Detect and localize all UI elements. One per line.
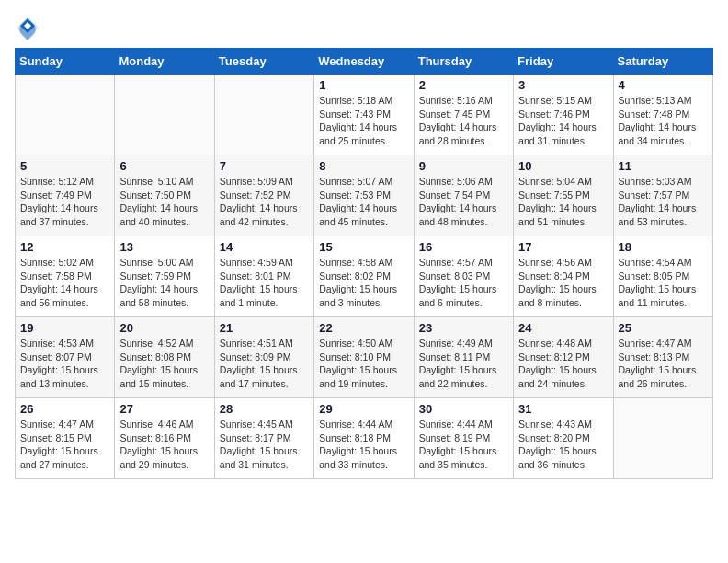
day-info: Sunrise: 4:59 AM Sunset: 8:01 PM Dayligh… (220, 256, 309, 310)
day-number: 4 (619, 78, 708, 92)
calendar-cell: 9Sunrise: 5:06 AM Sunset: 7:54 PM Daylig… (414, 155, 513, 236)
calendar-cell: 11Sunrise: 5:03 AM Sunset: 7:57 PM Dayli… (613, 155, 712, 236)
calendar-cell: 25Sunrise: 4:47 AM Sunset: 8:13 PM Dayli… (613, 317, 712, 398)
day-info: Sunrise: 4:44 AM Sunset: 8:18 PM Dayligh… (319, 418, 408, 472)
calendar-header-sunday: Sunday (16, 49, 115, 75)
day-number: 9 (419, 159, 508, 173)
calendar-week-row: 1Sunrise: 5:18 AM Sunset: 7:43 PM Daylig… (16, 75, 713, 155)
day-number: 23 (419, 321, 508, 335)
calendar-cell: 7Sunrise: 5:09 AM Sunset: 7:52 PM Daylig… (214, 155, 313, 236)
day-number: 5 (20, 159, 109, 173)
calendar-cell: 22Sunrise: 4:50 AM Sunset: 8:10 PM Dayli… (314, 317, 414, 398)
day-info: Sunrise: 5:00 AM Sunset: 7:59 PM Dayligh… (119, 256, 209, 310)
calendar-cell: 28Sunrise: 4:45 AM Sunset: 8:17 PM Dayli… (214, 398, 313, 479)
day-info: Sunrise: 4:52 AM Sunset: 8:08 PM Dayligh… (119, 337, 209, 391)
day-info: Sunrise: 4:57 AM Sunset: 8:03 PM Dayligh… (419, 256, 508, 310)
calendar-cell: 16Sunrise: 4:57 AM Sunset: 8:03 PM Dayli… (414, 236, 513, 317)
calendar-cell: 8Sunrise: 5:07 AM Sunset: 7:53 PM Daylig… (314, 155, 414, 236)
day-info: Sunrise: 4:44 AM Sunset: 8:19 PM Dayligh… (419, 418, 508, 472)
day-number: 29 (319, 402, 408, 416)
day-info: Sunrise: 5:04 AM Sunset: 7:55 PM Dayligh… (518, 175, 608, 229)
day-info: Sunrise: 4:49 AM Sunset: 8:11 PM Dayligh… (419, 337, 508, 391)
calendar-cell: 3Sunrise: 5:15 AM Sunset: 7:46 PM Daylig… (514, 75, 613, 155)
day-number: 27 (119, 402, 209, 416)
day-info: Sunrise: 5:09 AM Sunset: 7:52 PM Dayligh… (220, 175, 309, 229)
day-number: 7 (220, 159, 309, 173)
calendar-cell: 4Sunrise: 5:13 AM Sunset: 7:48 PM Daylig… (613, 75, 712, 155)
day-number: 12 (20, 240, 109, 254)
day-info: Sunrise: 5:18 AM Sunset: 7:43 PM Dayligh… (319, 94, 408, 148)
calendar-cell: 21Sunrise: 4:51 AM Sunset: 8:09 PM Dayli… (214, 317, 313, 398)
page-header (15, 15, 713, 40)
calendar-cell: 24Sunrise: 4:48 AM Sunset: 8:12 PM Dayli… (514, 317, 613, 398)
day-info: Sunrise: 4:54 AM Sunset: 8:05 PM Dayligh… (619, 256, 708, 310)
calendar-cell: 12Sunrise: 5:02 AM Sunset: 7:58 PM Dayli… (16, 236, 115, 317)
calendar-week-row: 5Sunrise: 5:12 AM Sunset: 7:49 PM Daylig… (16, 155, 713, 236)
day-number: 16 (419, 240, 508, 254)
calendar-cell: 14Sunrise: 4:59 AM Sunset: 8:01 PM Dayli… (214, 236, 313, 317)
day-info: Sunrise: 4:47 AM Sunset: 8:13 PM Dayligh… (619, 337, 708, 391)
day-info: Sunrise: 4:46 AM Sunset: 8:16 PM Dayligh… (119, 418, 209, 472)
calendar-cell: 29Sunrise: 4:44 AM Sunset: 8:18 PM Dayli… (314, 398, 414, 479)
day-info: Sunrise: 4:58 AM Sunset: 8:02 PM Dayligh… (319, 256, 408, 310)
day-info: Sunrise: 4:48 AM Sunset: 8:12 PM Dayligh… (518, 337, 608, 391)
calendar-header-thursday: Thursday (414, 49, 513, 75)
calendar-cell: 31Sunrise: 4:43 AM Sunset: 8:20 PM Dayli… (514, 398, 613, 479)
calendar-cell (214, 75, 313, 155)
calendar-cell (613, 398, 712, 479)
day-number: 6 (119, 159, 209, 173)
calendar-cell: 27Sunrise: 4:46 AM Sunset: 8:16 PM Dayli… (115, 398, 214, 479)
day-info: Sunrise: 5:06 AM Sunset: 7:54 PM Dayligh… (419, 175, 508, 229)
calendar-week-row: 12Sunrise: 5:02 AM Sunset: 7:58 PM Dayli… (16, 236, 713, 317)
day-number: 13 (119, 240, 209, 254)
calendar-cell: 23Sunrise: 4:49 AM Sunset: 8:11 PM Dayli… (414, 317, 513, 398)
day-number: 10 (518, 159, 608, 173)
day-number: 8 (319, 159, 408, 173)
day-number: 21 (220, 321, 309, 335)
calendar-header-monday: Monday (115, 49, 214, 75)
calendar-cell: 19Sunrise: 4:53 AM Sunset: 8:07 PM Dayli… (16, 317, 115, 398)
day-number: 17 (518, 240, 608, 254)
calendar-header-tuesday: Tuesday (214, 49, 313, 75)
day-info: Sunrise: 4:50 AM Sunset: 8:10 PM Dayligh… (319, 337, 408, 391)
day-number: 14 (220, 240, 309, 254)
calendar-cell (115, 75, 214, 155)
calendar-header-friday: Friday (514, 49, 613, 75)
day-info: Sunrise: 5:16 AM Sunset: 7:45 PM Dayligh… (419, 94, 508, 148)
day-info: Sunrise: 4:43 AM Sunset: 8:20 PM Dayligh… (518, 418, 608, 472)
day-info: Sunrise: 5:13 AM Sunset: 7:48 PM Dayligh… (619, 94, 708, 148)
day-number: 31 (518, 402, 608, 416)
day-number: 30 (419, 402, 508, 416)
day-info: Sunrise: 4:51 AM Sunset: 8:09 PM Dayligh… (220, 337, 309, 391)
day-info: Sunrise: 5:12 AM Sunset: 7:49 PM Dayligh… (20, 175, 109, 229)
calendar-cell: 10Sunrise: 5:04 AM Sunset: 7:55 PM Dayli… (514, 155, 613, 236)
day-number: 20 (119, 321, 209, 335)
day-number: 3 (518, 78, 608, 92)
calendar-cell: 6Sunrise: 5:10 AM Sunset: 7:50 PM Daylig… (115, 155, 214, 236)
calendar-cell: 20Sunrise: 4:52 AM Sunset: 8:08 PM Dayli… (115, 317, 214, 398)
calendar-cell: 15Sunrise: 4:58 AM Sunset: 8:02 PM Dayli… (314, 236, 414, 317)
day-info: Sunrise: 4:56 AM Sunset: 8:04 PM Dayligh… (518, 256, 608, 310)
day-number: 24 (518, 321, 608, 335)
day-number: 15 (319, 240, 408, 254)
day-info: Sunrise: 4:53 AM Sunset: 8:07 PM Dayligh… (20, 337, 109, 391)
day-info: Sunrise: 5:10 AM Sunset: 7:50 PM Dayligh… (119, 175, 209, 229)
calendar-cell: 18Sunrise: 4:54 AM Sunset: 8:05 PM Dayli… (613, 236, 712, 317)
calendar-week-row: 26Sunrise: 4:47 AM Sunset: 8:15 PM Dayli… (16, 398, 713, 479)
day-number: 18 (619, 240, 708, 254)
calendar-cell: 5Sunrise: 5:12 AM Sunset: 7:49 PM Daylig… (16, 155, 115, 236)
calendar-cell (16, 75, 115, 155)
day-info: Sunrise: 4:45 AM Sunset: 8:17 PM Dayligh… (220, 418, 309, 472)
day-number: 22 (319, 321, 408, 335)
day-number: 1 (319, 78, 408, 92)
calendar-cell: 1Sunrise: 5:18 AM Sunset: 7:43 PM Daylig… (314, 75, 414, 155)
calendar-cell: 17Sunrise: 4:56 AM Sunset: 8:04 PM Dayli… (514, 236, 613, 317)
day-info: Sunrise: 5:07 AM Sunset: 7:53 PM Dayligh… (319, 175, 408, 229)
day-number: 19 (20, 321, 109, 335)
logo-icon (15, 15, 40, 40)
calendar-header-wednesday: Wednesday (314, 49, 414, 75)
day-info: Sunrise: 4:47 AM Sunset: 8:15 PM Dayligh… (20, 418, 109, 472)
calendar-header-row: SundayMondayTuesdayWednesdayThursdayFrid… (16, 49, 713, 75)
calendar-cell: 26Sunrise: 4:47 AM Sunset: 8:15 PM Dayli… (16, 398, 115, 479)
calendar-table: SundayMondayTuesdayWednesdayThursdayFrid… (15, 48, 713, 479)
